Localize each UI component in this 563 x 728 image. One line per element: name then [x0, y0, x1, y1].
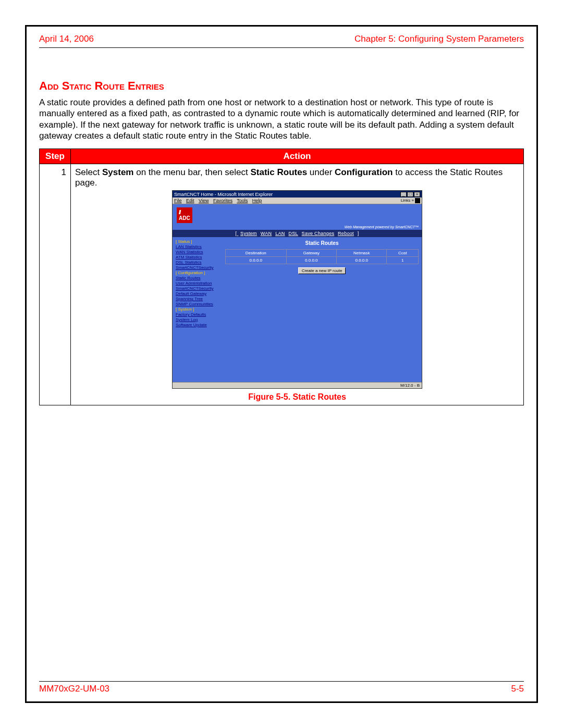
panel-title: Static Routes: [225, 240, 419, 246]
nav-reboot[interactable]: Reboot: [338, 231, 354, 236]
sidebar-dsl-statistics[interactable]: DSL Statistics: [176, 260, 220, 265]
nav-savechanges[interactable]: Save Changes: [302, 231, 335, 236]
sidebar-factory-defaults[interactable]: Factory Defaults: [176, 312, 220, 317]
routes-table: Destination Gateway Netmask Cost 0.0.0.0: [225, 249, 419, 264]
menu-favorites[interactable]: Favorites: [213, 198, 232, 203]
footer-pagenum: 5-5: [511, 684, 524, 694]
sidebar-spanning-tree[interactable]: Spanning Tree: [176, 297, 220, 301]
table-row[interactable]: 0.0.0.0 0.0.0.0 0.0.0.0 1: [226, 257, 419, 264]
menu-help[interactable]: Help: [252, 198, 262, 203]
sidebar-config-header: [ Configuration ]: [176, 270, 220, 275]
sidebar-software-update[interactable]: Software Update: [176, 323, 220, 327]
create-ip-route-button[interactable]: Create a new IP route: [298, 267, 346, 274]
adc-logo: ///ADC: [177, 207, 192, 223]
sidebar-static-routes[interactable]: Static Routes: [176, 276, 220, 280]
menu-tools[interactable]: Tools: [237, 198, 248, 203]
col-step: Step: [40, 149, 71, 164]
step-table: Step Action 1 Select System on the menu …: [39, 149, 524, 405]
maximize-icon[interactable]: □: [407, 192, 413, 197]
footer-docid: MM70xG2-UM-03: [39, 684, 109, 694]
sidebar-default-gateway[interactable]: Default Gateway: [176, 291, 220, 296]
top-nav: [ System WAN LAN DSL Save Changes Reboot…: [173, 230, 422, 237]
nav-wan[interactable]: WAN: [261, 231, 272, 236]
ie-menubar[interactable]: File Edit View Favorites Tools Help Link…: [173, 198, 422, 204]
window-title: SmartCNCT Home - Microsoft Internet Expl…: [174, 192, 273, 197]
window-titlebar: SmartCNCT Home - Microsoft Internet Expl…: [173, 191, 422, 198]
page-footer: MM70xG2-UM-03 5-5: [39, 681, 524, 694]
minimize-icon[interactable]: _: [400, 192, 407, 197]
step-action-cell: Select System on the menu bar, then sele…: [71, 164, 524, 405]
nav-dsl[interactable]: DSL: [288, 231, 298, 236]
menu-view[interactable]: View: [199, 198, 209, 203]
nav-lan[interactable]: LAN: [275, 231, 285, 236]
menu-file[interactable]: File: [174, 198, 182, 203]
ie-statusbar: M/12.0 - B: [173, 382, 422, 388]
section-title: Add Static Route Entries: [39, 79, 524, 93]
sidebar-atm-statistics[interactable]: ATM Statistics: [176, 255, 220, 260]
tagline: Web Management powered by SmartCNCT™: [173, 225, 422, 230]
sidebar: [ Status ] LAN Statistics WAN Statistics…: [173, 237, 222, 330]
ie-links[interactable]: Links »: [401, 198, 420, 203]
cell-gateway: 0.0.0.0: [286, 257, 336, 264]
cell-cost: 1: [387, 257, 419, 264]
routes-hdr-netmask: Netmask: [337, 250, 387, 257]
col-action: Action: [71, 149, 524, 164]
header-date: April 14, 2006: [39, 34, 94, 44]
sidebar-lan-statistics[interactable]: LAN Statistics: [176, 244, 220, 249]
close-icon[interactable]: ×: [414, 192, 420, 197]
routes-hdr-gateway: Gateway: [286, 250, 336, 257]
sidebar-snmp-communities[interactable]: SNMP Communities: [176, 302, 220, 306]
section-body: A static route provides a defined path f…: [39, 97, 524, 141]
browser-screenshot: SmartCNCT Home - Microsoft Internet Expl…: [172, 190, 422, 389]
menu-edit[interactable]: Edit: [186, 198, 194, 203]
sidebar-smartcnct-security-2[interactable]: SmartCNCTSecurity: [176, 286, 220, 291]
sidebar-system-header: [ System ]: [176, 307, 220, 312]
links-dropdown-icon[interactable]: [415, 198, 420, 203]
sidebar-system-log[interactable]: System Log: [176, 317, 220, 322]
routes-hdr-destination: Destination: [226, 250, 287, 257]
sidebar-smartcnct-security[interactable]: SmartCNCTSecurity: [176, 265, 220, 270]
header-chapter: Chapter 5: Configuring System Parameters: [354, 34, 524, 44]
nav-system[interactable]: System: [240, 231, 257, 236]
sidebar-user-admin[interactable]: User Administration: [176, 281, 220, 286]
routes-hdr-cost: Cost: [387, 250, 419, 257]
step-number: 1: [40, 164, 71, 405]
figure-caption: Figure 5-5. Static Routes: [75, 392, 519, 402]
action-text: Select System on the menu bar, then sele…: [75, 167, 503, 188]
sidebar-status-header: [ Status ]: [176, 239, 220, 244]
sidebar-wan-statistics[interactable]: WAN Statistics: [176, 250, 220, 254]
page-header: April 14, 2006 Chapter 5: Configuring Sy…: [39, 34, 524, 48]
window-controls[interactable]: _□×: [400, 191, 420, 197]
cell-netmask: 0.0.0.0: [337, 257, 387, 264]
cell-destination: 0.0.0.0: [226, 257, 287, 264]
